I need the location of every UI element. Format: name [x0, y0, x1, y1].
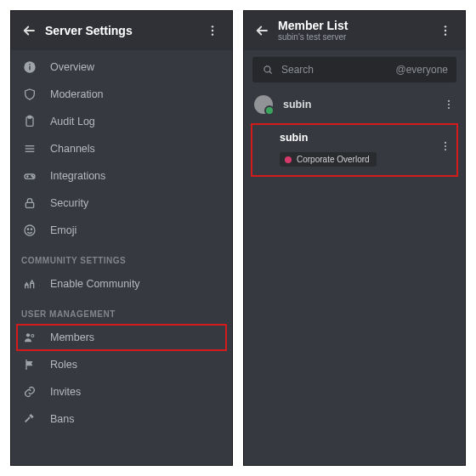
section-user-management: USER MANAGEMENT: [11, 298, 232, 324]
settings-list: Overview Moderation Audit Log Channels: [11, 50, 232, 438]
server-settings-pane: Server Settings Overview Moderation: [10, 10, 233, 466]
community-icon: [21, 275, 38, 292]
nav-bans[interactable]: Bans: [11, 405, 232, 433]
svg-point-25: [445, 30, 446, 31]
svg-point-2: [212, 30, 213, 31]
section-community: COMMUNITY SETTINGS: [11, 244, 232, 270]
left-title: Server Settings: [45, 24, 133, 37]
nav-integrations[interactable]: Integrations: [11, 162, 232, 190]
svg-point-29: [448, 100, 450, 102]
svg-point-21: [26, 333, 30, 337]
gamepad-icon: [21, 167, 38, 184]
flag-icon: [21, 356, 38, 373]
svg-point-18: [25, 225, 35, 235]
role-color-dot: [285, 156, 292, 163]
selected-member-card[interactable]: subin Corporate Overlord: [251, 123, 458, 177]
svg-point-22: [31, 334, 34, 337]
nav-members[interactable]: Members: [16, 324, 227, 351]
more-vert-icon[interactable]: [201, 20, 224, 42]
svg-rect-5: [29, 66, 30, 71]
member-list-pane: Member List subin's test server Search @…: [243, 10, 466, 466]
lock-icon: [21, 195, 38, 212]
nav-overview[interactable]: Overview: [11, 54, 232, 81]
nav-emoji[interactable]: Emoji: [11, 217, 232, 244]
nav-moderation[interactable]: Moderation: [11, 81, 232, 108]
member-row[interactable]: subin: [244, 88, 465, 122]
svg-point-16: [32, 177, 33, 178]
svg-rect-8: [28, 116, 31, 118]
more-vert-icon[interactable]: [439, 140, 451, 152]
clipboard-icon: [21, 113, 38, 130]
nav-enable-community[interactable]: Enable Community: [11, 270, 232, 298]
more-vert-icon[interactable]: [443, 99, 455, 110]
svg-rect-6: [29, 64, 30, 65]
nav-audit-log[interactable]: Audit Log: [11, 108, 232, 135]
back-arrow-icon[interactable]: [251, 20, 273, 42]
svg-point-26: [445, 33, 446, 35]
search-placeholder: Search: [281, 64, 314, 76]
svg-point-34: [445, 149, 446, 150]
nav-label: Roles: [50, 359, 77, 371]
nav-security[interactable]: Security: [11, 190, 232, 217]
nav-label: Invites: [50, 386, 81, 398]
svg-point-19: [27, 229, 28, 230]
svg-point-20: [31, 229, 31, 230]
svg-point-24: [445, 26, 446, 27]
avatar: [254, 95, 273, 114]
link-icon: [21, 383, 38, 400]
left-header: Server Settings: [11, 11, 232, 50]
nav-channels[interactable]: Channels: [11, 135, 232, 162]
shield-icon: [21, 86, 38, 103]
svg-point-1: [212, 26, 213, 27]
filter-chip[interactable]: @everyone: [395, 64, 448, 76]
nav-label: Integrations: [50, 170, 105, 182]
nav-label: Enable Community: [50, 278, 140, 290]
right-subtitle: subin's test server: [278, 32, 348, 42]
svg-point-31: [448, 107, 450, 109]
search-icon: [261, 63, 275, 76]
svg-rect-17: [26, 202, 33, 207]
role-chip[interactable]: Corporate Overlord: [280, 152, 377, 167]
nav-label: Channels: [50, 143, 95, 155]
svg-point-32: [445, 142, 446, 144]
nav-label: Emoji: [50, 224, 76, 236]
more-vert-icon[interactable]: [434, 20, 456, 42]
selected-member-name: subin: [280, 132, 451, 144]
right-title: Member List: [278, 19, 348, 32]
info-icon: [21, 59, 38, 76]
right-header: Member List subin's test server: [244, 11, 465, 50]
nav-label: Members: [50, 332, 94, 343]
list-icon: [21, 140, 38, 157]
nav-invites[interactable]: Invites: [11, 378, 232, 405]
nav-label: Overview: [50, 61, 94, 73]
members-icon: [21, 329, 38, 346]
hammer-icon: [21, 411, 38, 428]
svg-point-33: [445, 145, 446, 147]
member-name: subin: [283, 99, 311, 110]
nav-label: Bans: [50, 413, 75, 425]
nav-label: Audit Log: [50, 116, 95, 128]
svg-point-27: [264, 66, 270, 72]
nav-roles[interactable]: Roles: [11, 351, 232, 378]
back-arrow-icon[interactable]: [18, 20, 40, 42]
search-bar[interactable]: Search @everyone: [252, 57, 456, 82]
svg-line-28: [269, 71, 272, 74]
svg-point-3: [212, 33, 213, 35]
emoji-icon: [21, 222, 38, 239]
svg-point-30: [448, 104, 450, 105]
role-name: Corporate Overlord: [297, 155, 370, 164]
nav-label: Security: [50, 197, 88, 209]
nav-label: Moderation: [50, 88, 104, 100]
